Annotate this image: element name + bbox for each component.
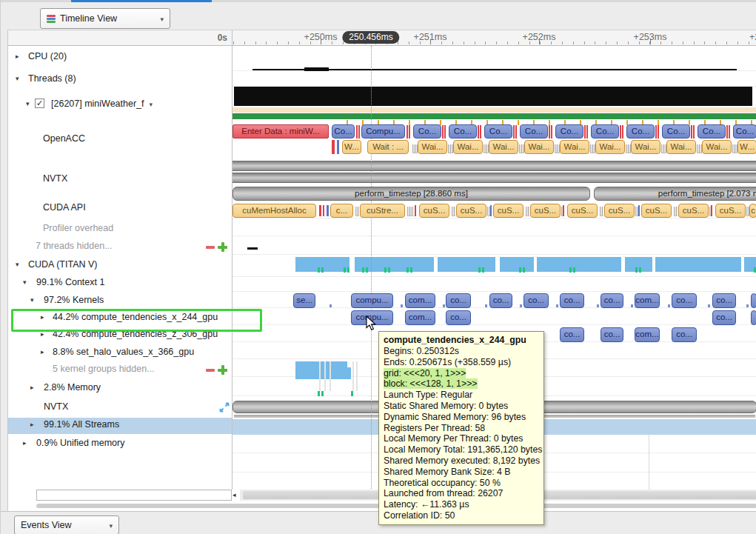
kernel-bar[interactable]: co... (672, 293, 697, 308)
tree-expand-arrow-icon[interactable]: ▸ (23, 439, 27, 447)
kernel-bar[interactable]: Co... (520, 124, 548, 138)
tree-expand-arrow-icon[interactable]: ▸ (30, 384, 34, 391)
kernel-bar[interactable]: co... (672, 327, 697, 342)
tree-item-nvtx-gpu[interactable]: NVTX (8, 400, 232, 415)
kernel-bar[interactable]: co... (560, 293, 584, 308)
tree-expand-arrow-icon[interactable]: ▸ (30, 421, 34, 428)
tree-item-threads[interactable]: ▾Threads (8) (8, 72, 232, 87)
tree-item-profiler-overhead[interactable]: Profiler overhead (8, 221, 232, 237)
add-filter-icon[interactable] (218, 365, 227, 375)
api-call-bar[interactable]: Wai... (666, 140, 696, 154)
tree-item-process-miniweather[interactable]: ▾[26207] miniWeather_f (8, 97, 232, 113)
kernel-bar[interactable]: Co... (484, 124, 512, 138)
kernel-bar[interactable]: se... (293, 293, 315, 308)
kernel-bar[interactable]: Co... (413, 124, 441, 138)
remove-filter-icon[interactable] (206, 369, 215, 372)
api-call-bar[interactable]: cuS... (493, 204, 523, 218)
api-call-bar[interactable]: cuS... (419, 204, 449, 218)
scroll-left-arrow-icon[interactable] (233, 490, 239, 500)
nvtx-range-bar[interactable]: perform_timestep [2.073 ms] (594, 187, 756, 201)
api-call-bar[interactable]: W... (737, 140, 756, 154)
api-call-bar[interactable]: cuS... (567, 204, 598, 218)
kernel-bar[interactable]: co... (712, 293, 736, 308)
api-call-bar[interactable]: cuS... (530, 204, 561, 218)
tree-item-nvtx-thread[interactable]: NVTX (8, 172, 232, 187)
tree-collapse-arrow-icon[interactable]: ▾ (26, 100, 30, 107)
tree-item-cuda-api[interactable]: CUDA API (8, 201, 232, 216)
kernel-mini-tick (485, 304, 487, 307)
tree-item-label: Threads (8) (28, 73, 76, 84)
api-call-bar[interactable]: Wai... (489, 140, 518, 154)
tree-item-context-1[interactable]: ▾99.1% Context 1 (8, 276, 232, 291)
kernel-bar[interactable]: co... (446, 310, 471, 325)
kernel-bar[interactable]: Compu... (361, 124, 405, 138)
tree-item-memory[interactable]: ▸2.8% Memory (8, 381, 232, 396)
tree-horizontal-scrollbar[interactable] (36, 490, 232, 501)
tree-item-all-streams[interactable]: ▸99.1% All Streams (8, 418, 232, 434)
nvtx-range-bar[interactable]: perform_timestep [28.860 ms] (233, 187, 590, 201)
kernel-bar[interactable]: co... (560, 327, 584, 342)
kernel-bar[interactable]: Co... (626, 124, 655, 138)
api-call-bar[interactable]: W... (342, 140, 361, 154)
api-call-bar[interactable]: cuStre... (360, 204, 405, 218)
events-view-dropdown[interactable]: Events View (14, 515, 119, 534)
tree-collapse-arrow-icon[interactable]: ▾ (16, 75, 19, 82)
api-call-bar[interactable]: cuS... (641, 204, 672, 218)
kernel-bar[interactable]: Co... (733, 124, 756, 138)
api-call-bar[interactable]: Wai... (702, 140, 732, 154)
tree-item-kernel-groups-hidden[interactable]: 5 kernel groups hidden... (8, 362, 232, 378)
api-call-bar[interactable]: Wai... (631, 140, 660, 154)
kernel-bar[interactable]: Co... (698, 124, 726, 138)
tree-expand-arrow-icon[interactable]: ▸ (41, 348, 44, 356)
kernel-bar[interactable]: com... (635, 327, 660, 342)
kernel-bar[interactable]: com... (405, 310, 435, 325)
api-call-bar[interactable]: Wai... (560, 140, 589, 154)
tree-collapse-arrow-icon[interactable]: ▾ (30, 296, 34, 304)
kernel-bar[interactable]: co... (446, 293, 471, 308)
add-filter-icon[interactable] (218, 242, 227, 252)
tree-item-kernel-set-halo[interactable]: ▸8.8% set_halo_values_x_366_gpu (8, 345, 232, 361)
tree-expand-arrow-icon[interactable]: ▸ (16, 53, 19, 60)
api-call-bar[interactable]: cuS... (604, 204, 635, 218)
api-call-bar[interactable]: Wai... (453, 140, 483, 154)
api-call-bar[interactable]: cuS... (715, 204, 746, 218)
timeline-view-dropdown[interactable]: Timeline View (40, 8, 170, 29)
kernel-bar[interactable]: co... (601, 293, 623, 308)
ruler-scale[interactable]: +250ms+251ms+252ms+253ms+2250.456ms (233, 30, 756, 45)
kernel-bar[interactable]: compu... (351, 293, 393, 308)
tree-collapse-arrow-icon[interactable]: ▾ (23, 278, 27, 286)
tree-item-openacc[interactable]: OpenACC (8, 132, 232, 147)
tree-item-threads-hidden[interactable]: 7 threads hidden... (8, 239, 232, 255)
api-call-bar[interactable]: Wai... (418, 140, 447, 154)
timeline-ruler[interactable]: 0s +250ms+251ms+252ms+253ms+2250.456ms (8, 30, 756, 46)
kernel-bar[interactable]: co... (601, 327, 623, 342)
api-call-bar[interactable]: Wai... (595, 140, 625, 154)
process-checkbox[interactable] (35, 99, 44, 108)
api-call-bar[interactable]: c... (330, 204, 353, 218)
kernel-bar[interactable]: co... (712, 310, 736, 325)
expand-row-icon[interactable] (219, 402, 230, 413)
api-call-bar[interactable]: c (749, 204, 756, 218)
kernel-bar[interactable]: com... (405, 293, 435, 308)
chevron-down-icon[interactable] (150, 99, 153, 109)
kernel-bar[interactable]: co... (523, 293, 549, 308)
kernel-bar[interactable]: Co... (662, 124, 690, 138)
tree-collapse-arrow-icon[interactable]: ▾ (16, 261, 19, 268)
remove-filter-icon[interactable] (206, 246, 215, 249)
api-call-bar[interactable]: Wai... (524, 140, 554, 154)
tree-item-kernels[interactable]: ▾97.2% Kernels (8, 293, 232, 309)
openacc-data-bar[interactable]: Enter Data : miniW... (233, 124, 329, 138)
api-call-bar[interactable]: cuS... (456, 204, 486, 218)
tree-item-cpu[interactable]: ▸CPU (20) (8, 50, 232, 65)
kernel-bar[interactable]: com... (635, 293, 660, 308)
api-call-bar[interactable]: cuS... (678, 204, 709, 218)
tree-item-cuda-device[interactable]: ▾CUDA (TITAN V) (8, 258, 232, 273)
api-call-bar[interactable]: Wait : ... (367, 140, 409, 154)
kernel-bar[interactable]: Co... (449, 124, 477, 138)
tree-item-unified-memory[interactable]: ▸0.9% Unified memory (8, 436, 232, 452)
kernel-bar[interactable]: Co... (591, 124, 619, 138)
kernel-bar[interactable]: Co... (332, 124, 355, 138)
kernel-bar[interactable]: Co... (555, 124, 583, 138)
kernel-bar[interactable]: co... (489, 293, 512, 308)
api-call-bar[interactable]: cuMemHostAlloc (233, 204, 316, 218)
